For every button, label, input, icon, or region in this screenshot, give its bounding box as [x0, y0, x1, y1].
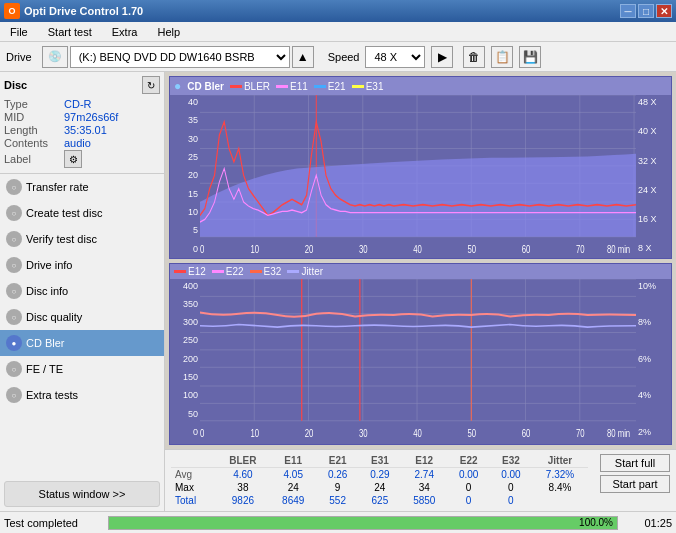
drive-dropdown[interactable]: (K:) BENQ DVD DD DW1640 BSRB [70, 46, 290, 68]
progress-bar: 100.0% [108, 516, 618, 530]
col-e32: E32 [490, 454, 532, 468]
total-bler: 9826 [216, 494, 270, 507]
nav-icon-drive-info: ○ [6, 257, 22, 273]
legend-label-e12: E12 [188, 266, 206, 277]
col-jitter: Jitter [532, 454, 588, 468]
nav-fe-te[interactable]: ○ FE / TE [0, 356, 164, 382]
svg-text:0: 0 [200, 427, 204, 438]
nav-disc-quality[interactable]: ○ Disc quality [0, 304, 164, 330]
svg-text:40: 40 [413, 427, 422, 438]
start-full-button[interactable]: Start full [600, 454, 670, 472]
svg-text:30: 30 [359, 427, 368, 438]
minimize-button[interactable]: ─ [620, 4, 636, 18]
chart1-title-bar: ● CD Bler BLER E11 E21 [170, 77, 671, 95]
nav-icon-disc-info: ○ [6, 283, 22, 299]
nav-label-create-test-disc: Create test disc [26, 207, 102, 219]
chart1-body: 40 35 30 25 20 15 10 5 0 [170, 95, 671, 256]
nav-extra-tests[interactable]: ○ Extra tests [0, 382, 164, 408]
menu-help[interactable]: Help [151, 24, 186, 40]
disc-mid-label: MID [4, 111, 64, 123]
avg-e21: 0.26 [317, 468, 359, 482]
legend-color-jitter [287, 270, 299, 273]
chart1-svg: 0 10 20 30 40 50 60 70 80 min [200, 95, 636, 256]
nav-cd-bler[interactable]: ● CD Bler [0, 330, 164, 356]
disc-refresh-button[interactable]: ↻ [142, 76, 160, 94]
speed-dropdown[interactable]: 48 X [365, 46, 425, 68]
legend-color-e32 [250, 270, 262, 273]
maximize-button[interactable]: □ [638, 4, 654, 18]
stats-buttons: Start full Start part [600, 454, 670, 507]
total-e22: 0 [448, 494, 490, 507]
legend-label-jitter: Jitter [301, 266, 323, 277]
svg-text:10: 10 [250, 427, 259, 438]
svg-text:80 min: 80 min [607, 427, 630, 438]
nav-label-transfer-rate: Transfer rate [26, 181, 89, 193]
chart2-svg: 0 10 20 30 40 50 60 70 80 min [200, 279, 636, 440]
status-window-button[interactable]: Status window >> [4, 481, 160, 507]
chart2-plot: 0 10 20 30 40 50 60 70 80 min [200, 279, 636, 440]
stats-total-row: Total 9826 8649 552 625 5850 0 0 [171, 494, 588, 507]
chart2: E12 E22 E32 Jitter [169, 263, 672, 446]
max-jitter: 8.4% [532, 481, 588, 494]
menu-start-test[interactable]: Start test [42, 24, 98, 40]
chart1-icon: ● [174, 79, 181, 93]
nav-icon-fe-te: ○ [6, 361, 22, 377]
total-jitter [532, 494, 588, 507]
chart1-plot: 0 10 20 30 40 50 60 70 80 min [200, 95, 636, 256]
charts-area: ● CD Bler BLER E11 E21 [165, 72, 676, 449]
title-controls: ─ □ ✕ [620, 4, 672, 18]
disc-type-row: Type CD-R [4, 98, 160, 110]
nav-label-fe-te: FE / TE [26, 363, 63, 375]
copy-btn[interactable]: 📋 [491, 46, 513, 68]
speed-label: Speed [328, 51, 360, 63]
svg-text:60: 60 [522, 244, 531, 255]
save-btn[interactable]: 💾 [519, 46, 541, 68]
stats-layout: BLER E11 E21 E31 E12 E22 E32 Jitter [171, 454, 670, 507]
disc-length-row: Length 35:35.01 [4, 124, 160, 136]
menu-file[interactable]: File [4, 24, 34, 40]
col-e12: E12 [401, 454, 448, 468]
total-e21: 552 [317, 494, 359, 507]
nav-verify-test-disc[interactable]: ○ Verify test disc [0, 226, 164, 252]
close-button[interactable]: ✕ [656, 4, 672, 18]
legend-color-e22 [212, 270, 224, 273]
drive-select-area: 💿 (K:) BENQ DVD DD DW1640 BSRB ▲ [42, 46, 314, 68]
stats-table: BLER E11 E21 E31 E12 E22 E32 Jitter [171, 454, 588, 507]
svg-text:0: 0 [200, 244, 204, 255]
title-bar-left: O Opti Drive Control 1.70 [4, 3, 143, 19]
chart1-legend-bler: BLER [230, 81, 270, 92]
chart1-y-axis-right: 48 X 40 X 32 X 24 X 16 X 8 X [636, 95, 671, 256]
speed-btn[interactable]: ▶ [431, 46, 453, 68]
col-e21: E21 [317, 454, 359, 468]
chart2-y-axis-left: 400 350 300 250 200 150 100 50 0 [170, 279, 200, 440]
nav-icon-transfer-rate: ○ [6, 179, 22, 195]
col-label [171, 454, 216, 468]
progress-percent: 100.0% [579, 517, 613, 529]
disc-label-button[interactable]: ⚙ [64, 150, 82, 168]
disc-label-row: Label ⚙ [4, 150, 160, 168]
erase-btn[interactable]: 🗑 [463, 46, 485, 68]
nav-label-cd-bler: CD Bler [26, 337, 65, 349]
max-label: Max [171, 481, 216, 494]
nav-create-test-disc[interactable]: ○ Create test disc [0, 200, 164, 226]
disc-header: Disc ↻ [4, 76, 160, 94]
disc-mid-value: 97m26s66f [64, 111, 160, 123]
chart2-legend-e12: E12 [174, 266, 206, 277]
nav-drive-info[interactable]: ○ Drive info [0, 252, 164, 278]
disc-type-label: Type [4, 98, 64, 110]
svg-text:20: 20 [305, 427, 314, 438]
nav-icon-verify-test-disc: ○ [6, 231, 22, 247]
start-part-button[interactable]: Start part [600, 475, 670, 493]
disc-type-value: CD-R [64, 98, 160, 110]
app-title: Opti Drive Control 1.70 [24, 5, 143, 17]
svg-text:50: 50 [467, 427, 476, 438]
max-e12: 34 [401, 481, 448, 494]
menu-extra[interactable]: Extra [106, 24, 144, 40]
nav-transfer-rate[interactable]: ○ Transfer rate [0, 174, 164, 200]
nav-icon-extra-tests: ○ [6, 387, 22, 403]
drive-eject-button[interactable]: ▲ [292, 46, 314, 68]
stats-avg-row: Avg 4.60 4.05 0.26 0.29 2.74 0.00 0.00 7… [171, 468, 588, 482]
max-e11: 24 [270, 481, 317, 494]
total-e11: 8649 [270, 494, 317, 507]
nav-disc-info[interactable]: ○ Disc info [0, 278, 164, 304]
